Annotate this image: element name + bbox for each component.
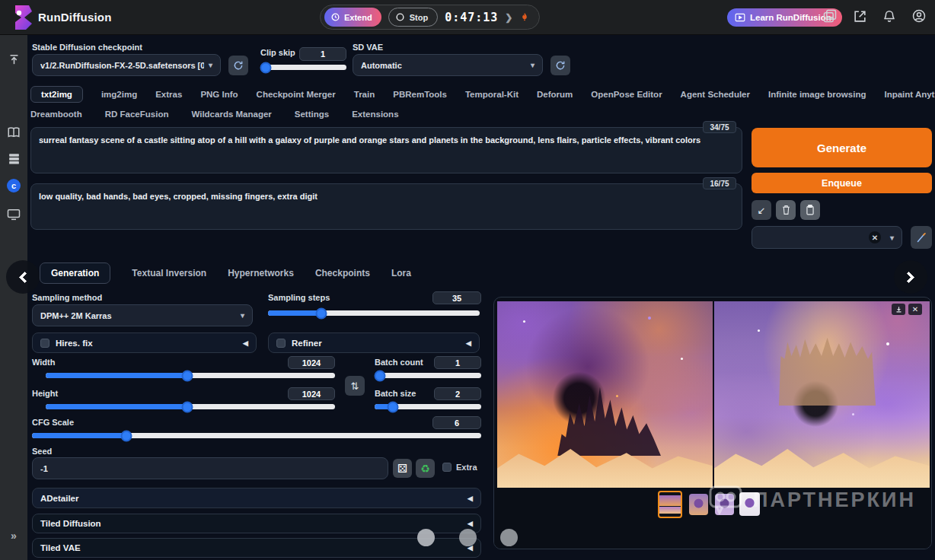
- width-slider[interactable]: [46, 373, 335, 378]
- tab-img2img[interactable]: img2img: [101, 87, 137, 102]
- extend-button[interactable]: Extend: [324, 8, 381, 27]
- sampling-steps-slider[interactable]: [268, 310, 480, 316]
- stop-button[interactable]: Stop: [388, 8, 438, 27]
- sampling-steps-input[interactable]: [432, 291, 481, 304]
- tab-openpose-editor[interactable]: OpenPose Editor: [591, 87, 662, 102]
- tab-agent-scheduler[interactable]: Agent Scheduler: [681, 87, 750, 102]
- generated-image-1[interactable]: [497, 301, 713, 488]
- height-knob[interactable]: [182, 401, 193, 412]
- carousel-prev-button[interactable]: [6, 260, 40, 294]
- clip-skip-input[interactable]: [299, 47, 346, 61]
- carousel-dot-3[interactable]: [500, 529, 518, 546]
- refiner-checkbox[interactable]: [276, 339, 286, 348]
- chevron-right-icon[interactable]: ❯: [505, 12, 512, 23]
- prompt-textarea[interactable]: surreal fantasy scene of a castle sittin…: [30, 127, 742, 173]
- tab-png-info[interactable]: PNG Info: [200, 87, 238, 102]
- batch-count-input[interactable]: [434, 356, 481, 369]
- checkpoint-dropdown[interactable]: v1/2.RunDiffusion-FX-2-5D.safetensors [0…: [32, 54, 221, 76]
- tab-dreambooth[interactable]: Dreambooth: [30, 107, 82, 122]
- bell-icon[interactable]: [881, 8, 898, 24]
- apply-styles-button[interactable]: [911, 226, 932, 249]
- subtab-checkpoints[interactable]: Checkpoints: [315, 263, 370, 283]
- thumbnail-1-selected[interactable]: [658, 491, 682, 518]
- subtab-lora[interactable]: Lora: [391, 263, 411, 283]
- output-gallery: ✕ ПАРТНЕРКИН: [493, 297, 932, 549]
- cfg-scale-input[interactable]: [432, 416, 481, 429]
- styles-select[interactable]: ✕ ▾: [752, 226, 902, 249]
- external-link-icon[interactable]: [851, 8, 868, 24]
- vae-dropdown[interactable]: Automatic ▾: [353, 54, 543, 76]
- height-slider[interactable]: [46, 404, 335, 409]
- clear-prompt-button[interactable]: [776, 200, 796, 220]
- server-stack-icon[interactable]: [6, 151, 21, 166]
- tab-inpaint-anything[interactable]: Inpaint Anything: [884, 87, 935, 102]
- thumbnail-4[interactable]: [739, 492, 760, 516]
- tab-settings[interactable]: Settings: [295, 107, 329, 122]
- refiner-accordion[interactable]: Refiner ◀: [268, 332, 480, 353]
- random-seed-button[interactable]: ⚄: [393, 459, 412, 478]
- subtab-textual-inversion[interactable]: Textual Inversion: [132, 263, 206, 283]
- tab-txt2img[interactable]: txt2img: [30, 86, 83, 103]
- height-input[interactable]: [288, 387, 335, 400]
- tiled-vae-accordion[interactable]: Tiled VAE ◀: [32, 538, 481, 558]
- adetailer-accordion[interactable]: ADetailer ◀: [32, 488, 481, 508]
- tab-wildcards-manager[interactable]: Wildcards Manager: [191, 107, 271, 122]
- tab-train[interactable]: Train: [354, 87, 375, 102]
- tab-temporal-kit[interactable]: Temporal-Kit: [465, 87, 519, 102]
- close-gallery-button[interactable]: ✕: [908, 304, 922, 315]
- batch-count-knob[interactable]: [375, 370, 386, 381]
- hires-fix-accordion[interactable]: Hires. fix ◀: [32, 332, 257, 353]
- cfg-scale-slider[interactable]: [32, 433, 481, 438]
- clip-skip-slider[interactable]: [260, 65, 346, 70]
- carousel-dot-1[interactable]: [417, 529, 435, 546]
- monitor-icon[interactable]: [6, 207, 21, 222]
- upload-icon[interactable]: [6, 52, 21, 67]
- tab-rd-facefusion[interactable]: RD FaceFusion: [105, 107, 169, 122]
- sampling-method-dropdown[interactable]: DPM++ 2M Karras ▾: [32, 304, 253, 326]
- thumbnail-2[interactable]: [689, 494, 708, 515]
- sampling-steps-knob[interactable]: [315, 307, 327, 319]
- tab-checkpoint-merger[interactable]: Checkpoint Merger: [257, 87, 336, 102]
- batch-size-knob[interactable]: [387, 401, 398, 412]
- clear-styles-icon[interactable]: ✕: [869, 231, 881, 243]
- seed-input[interactable]: [32, 457, 388, 479]
- batch-size-slider[interactable]: [375, 404, 481, 409]
- refresh-vae-button[interactable]: [550, 56, 570, 75]
- clip-skip-slider-knob[interactable]: [260, 62, 271, 73]
- swap-dimensions-button[interactable]: ⇅: [345, 376, 365, 396]
- batch-count-slider[interactable]: [375, 373, 481, 378]
- extra-seed-checkbox[interactable]: [442, 463, 452, 472]
- tab-deforum[interactable]: Deforum: [537, 87, 573, 102]
- refresh-checkpoint-button[interactable]: [228, 56, 248, 75]
- tiled-diffusion-accordion[interactable]: Tiled Diffusion ◀: [32, 514, 481, 533]
- tab-infinite-image-browsing[interactable]: Infinite image browsing: [768, 87, 866, 102]
- gallery-icon[interactable]: [822, 8, 838, 24]
- header-icon-group: [822, 8, 927, 24]
- subtab-hypernetworks[interactable]: Hypernetworks: [228, 263, 294, 283]
- enqueue-button[interactable]: Enqueue: [752, 173, 932, 193]
- tab-extensions[interactable]: Extensions: [352, 107, 398, 122]
- account-icon[interactable]: [911, 8, 927, 24]
- paste-button[interactable]: [800, 200, 820, 220]
- cfg-scale-knob[interactable]: [120, 430, 132, 441]
- download-image-button[interactable]: [892, 304, 905, 315]
- thumbnail-3[interactable]: [715, 494, 734, 515]
- generate-button[interactable]: Generate: [752, 128, 932, 167]
- width-knob[interactable]: [182, 370, 193, 381]
- batch-size-input[interactable]: [434, 387, 481, 400]
- c-badge-icon[interactable]: c: [6, 178, 21, 193]
- carousel-next-button[interactable]: [894, 260, 927, 294]
- hires-fix-checkbox[interactable]: [40, 339, 49, 348]
- docs-book-icon[interactable]: [6, 125, 21, 140]
- negative-prompt-textarea[interactable]: low quality, bad hands, bad eyes, croppe…: [30, 183, 742, 230]
- trash-icon: [781, 205, 791, 215]
- generated-image-2[interactable]: [714, 301, 930, 488]
- subtab-generation[interactable]: Generation: [40, 262, 110, 284]
- tab-pbremtools[interactable]: PBRemTools: [393, 87, 447, 102]
- expand-sidebar-icon[interactable]: »: [6, 528, 21, 543]
- tab-extras[interactable]: Extras: [155, 87, 182, 102]
- width-input[interactable]: [288, 356, 335, 369]
- reuse-seed-button[interactable]: ♻: [416, 459, 435, 478]
- carousel-dot-2[interactable]: [459, 529, 477, 546]
- read-generation-params-button[interactable]: ↙: [752, 200, 771, 220]
